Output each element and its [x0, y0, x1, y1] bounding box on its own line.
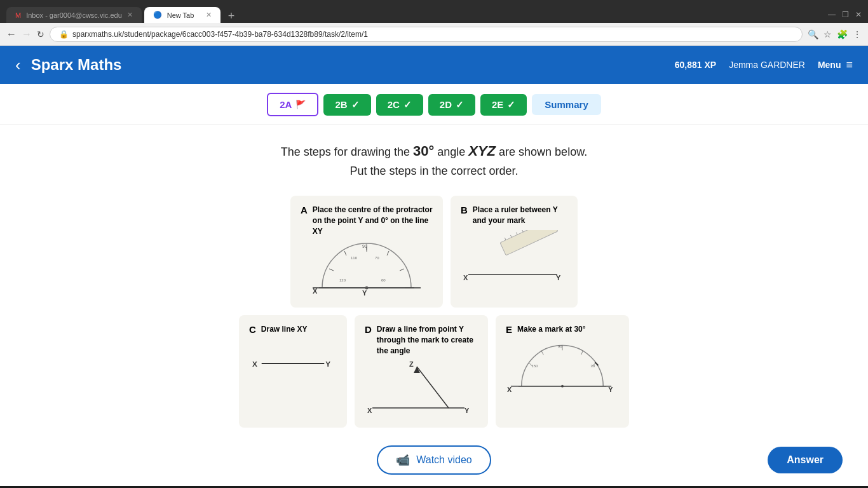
step-e-desc: Make a mark at 30° — [517, 324, 586, 335]
tab-gmail[interactable]: M Inbox - gar0004@cwsc.vic.edu ✕ — [6, 7, 142, 23]
step-d-card: D Draw a line from point Y through the m… — [355, 315, 488, 427]
step-e-card: E Make a mark at 30° 90 30 150 — [496, 315, 629, 427]
step-c-desc: Draw line XY — [261, 324, 308, 335]
svg-line-23 — [516, 232, 517, 234]
svg-line-24 — [522, 230, 523, 232]
svg-text:30: 30 — [591, 364, 595, 368]
extensions-icon[interactable]: 🧩 — [837, 29, 848, 39]
main-content: The steps for drawing the 30° angle XYZ … — [0, 125, 868, 434]
more-btn[interactable]: ⋮ — [853, 29, 862, 39]
step-d-letter: D — [365, 324, 372, 335]
svg-line-43 — [581, 351, 583, 355]
tab-2c[interactable]: 2C ✓ — [376, 94, 423, 116]
user-name: Jemma GARDNER — [729, 60, 805, 70]
svg-text:90: 90 — [558, 345, 562, 349]
svg-line-22 — [510, 235, 512, 238]
answer-button[interactable]: Answer — [768, 447, 843, 473]
reload-btn[interactable]: ↻ — [37, 29, 44, 39]
back-nav-btn[interactable]: ← — [6, 29, 17, 40]
address-input[interactable]: 🔒 sparxmaths.uk/student/package/6cacc003… — [50, 27, 803, 42]
new-tab-button[interactable]: + — [223, 10, 240, 23]
svg-line-9 — [344, 251, 346, 255]
tab-2d[interactable]: 2D ✓ — [428, 94, 475, 116]
svg-line-11 — [387, 251, 389, 255]
svg-text:X: X — [252, 360, 257, 369]
step-a-letter: A — [301, 205, 308, 215]
svg-text:X: X — [507, 386, 512, 393]
svg-line-12 — [400, 269, 404, 271]
bottom-bar: 📹 Watch video Answer — [0, 434, 868, 486]
tabs-row: 2A 🚩 2B ✓ 2C ✓ 2D ✓ 2E ✓ Summary — [0, 84, 868, 125]
step-a-card: A Place the centre of the protractor on … — [290, 196, 443, 308]
svg-text:X: X — [463, 274, 468, 281]
step-c-letter: C — [249, 324, 256, 335]
search-icon[interactable]: 🔍 — [808, 29, 818, 39]
menu-button[interactable]: Menu ≡ — [818, 58, 853, 72]
step-e-image: 90 30 150 X Y — [506, 339, 619, 396]
watch-video-button[interactable]: 📹 Watch video — [377, 445, 491, 475]
svg-text:X: X — [367, 407, 372, 414]
gmail-icon: M — [15, 11, 21, 19]
back-arrow-btn[interactable]: ‹ — [15, 55, 21, 75]
video-camera-icon: 📹 — [396, 453, 410, 467]
step-a-desc: Place the centre of the protractor on th… — [313, 205, 433, 236]
svg-text:150: 150 — [532, 364, 539, 368]
app-header: ‹ Sparx Maths 60,881 XP Jemma GARDNER Me… — [0, 46, 868, 84]
svg-text:Y: Y — [325, 360, 330, 369]
bookmark-icon[interactable]: ☆ — [824, 29, 832, 39]
check-2e-icon: ✓ — [507, 99, 515, 111]
tab-summary[interactable]: Summary — [532, 94, 600, 115]
step-c-image: X Y — [249, 348, 337, 379]
steps-bottom-row: C Draw line XY X Y D Draw a line from po… — [13, 315, 855, 427]
step-d-image: X Y Z — [365, 360, 478, 417]
question-text: The steps for drawing the 30° angle XYZ … — [13, 140, 855, 180]
svg-text:Y: Y — [465, 407, 470, 414]
check-2d-icon: ✓ — [456, 99, 464, 111]
svg-line-47 — [595, 362, 598, 365]
close-btn[interactable]: ✕ — [855, 10, 862, 19]
steps-top-row: A Place the centre of the protractor on … — [13, 196, 855, 308]
svg-text:X: X — [313, 287, 318, 295]
svg-text:110: 110 — [351, 256, 358, 260]
tab-2e[interactable]: 2E ✓ — [480, 94, 527, 116]
step-e-letter: E — [506, 324, 512, 335]
check-2c-icon: ✓ — [403, 99, 412, 111]
svg-line-21 — [505, 238, 506, 240]
svg-text:70: 70 — [375, 256, 379, 260]
tab-close-icon[interactable]: ✕ — [127, 11, 133, 19]
xp-display: 60,881 XP — [675, 60, 716, 70]
svg-text:120: 120 — [339, 278, 346, 282]
svg-point-16 — [365, 287, 369, 290]
svg-text:60: 60 — [381, 278, 386, 282]
forward-nav-btn[interactable]: → — [22, 29, 32, 40]
step-a-image: 90 120 60 110 70 X Y — [301, 240, 433, 297]
step-b-letter: B — [461, 205, 468, 215]
svg-text:Z: Z — [409, 360, 414, 368]
step-d-desc: Draw a line from point Y through the mar… — [377, 324, 478, 356]
minimize-btn[interactable]: — — [828, 10, 836, 19]
svg-text:Y: Y — [608, 386, 613, 393]
svg-line-10 — [329, 269, 334, 271]
hamburger-icon: ≡ — [846, 58, 853, 72]
step-c-card: C Draw line XY X Y — [239, 315, 347, 427]
address-bar: ← → ↻ 🔒 sparxmaths.uk/student/package/6c… — [0, 23, 868, 46]
svg-rect-20 — [500, 230, 558, 255]
restore-btn[interactable]: ❐ — [842, 10, 849, 19]
lock-icon: 🔒 — [59, 30, 69, 39]
tab-2a[interactable]: 2A 🚩 — [267, 93, 318, 116]
newtab-icon: 🔵 — [153, 11, 162, 19]
tab-newtab[interactable]: 🔵 New Tab ✕ — [144, 7, 220, 23]
step-b-card: B Place a ruler between Y and your mark … — [451, 196, 578, 308]
svg-text:Y: Y — [362, 289, 367, 297]
tab2-close-icon[interactable]: ✕ — [206, 11, 212, 19]
check-2b-icon: ✓ — [351, 99, 360, 111]
tab-2b[interactable]: 2B ✓ — [323, 94, 370, 116]
svg-text:Y: Y — [556, 274, 561, 281]
app-title: Sparx Maths — [31, 56, 122, 74]
svg-line-35 — [417, 367, 449, 408]
browser-tab-bar: M Inbox - gar0004@cwsc.vic.edu ✕ 🔵 New T… — [0, 0, 868, 23]
flag-icon: 🚩 — [295, 100, 306, 109]
step-b-image: X Y — [461, 230, 567, 287]
step-b-desc: Place a ruler between Y and your mark — [473, 205, 567, 226]
